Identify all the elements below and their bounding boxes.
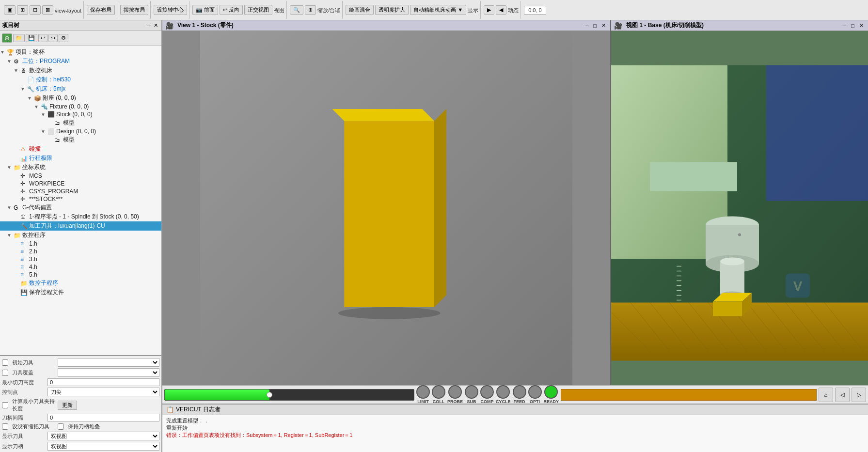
expand-icon-machine[interactable]: ▼ <box>20 86 27 92</box>
tree-item-stock[interactable]: ▼ ⬛ Stock (0, 0, 0) <box>0 110 161 118</box>
gcode-item-icon: ① <box>20 214 28 220</box>
tree-settings-btn[interactable]: ⚙ <box>59 34 68 42</box>
panel-close-btn[interactable]: ✕ <box>152 22 159 29</box>
tree-item-mcs[interactable]: ✛ MCS <box>0 172 161 180</box>
view-left-close-btn[interactable]: ✕ <box>600 22 607 29</box>
status-forward-btn[interactable]: ▷ <box>852 388 866 402</box>
tree-open-btn[interactable]: 📁 <box>13 34 25 42</box>
tree-item-model-design[interactable]: 🗂 模型 <box>0 135 161 144</box>
tree-item-machine[interactable]: ▼ 🔧 机床：5mjx <box>0 84 161 94</box>
tree-item-workpiece[interactable]: ✛ WORKPIECE <box>0 180 161 187</box>
rotate-center-section: 设旋转中心 <box>152 1 189 19</box>
tree-item-gcode[interactable]: ▼ G G-代码偏置 <box>0 203 161 212</box>
tree-new-btn[interactable]: ⊕ <box>2 33 12 43</box>
view-two-v-btn[interactable]: ⊠ <box>42 5 53 15</box>
view-right-max-btn[interactable]: □ <box>850 22 856 29</box>
status-home-btn[interactable]: ⌂ <box>819 388 833 402</box>
tree-item-gcode-item[interactable]: ① 1-程序零点 - 1 - Spindle 到 Stock (0, 0, 50… <box>0 212 161 221</box>
tree-item-nc-4h[interactable]: ≡ 4.h <box>0 263 161 271</box>
transparency-btn[interactable]: 透明度扩大 <box>375 5 409 15</box>
tree-item-control[interactable]: 📄 控制：hei530 <box>0 75 161 84</box>
tree-item-stock-csys[interactable]: ✛ ***STOCK*** <box>0 195 161 203</box>
tree-item-cnc[interactable]: ▼ 🖥 数控机床 <box>0 66 161 75</box>
left-3d-view-svg <box>162 31 610 385</box>
expand-icon-stock[interactable]: ▼ <box>41 112 47 117</box>
show-handle-select[interactable]: 双视图 <box>47 442 159 451</box>
tree-redo-btn[interactable]: ↪ <box>48 34 58 42</box>
top-toolbar: ▣ ⊞ ⊟ ⊠ view-layout 保存布局 摆按布局 设旋转中心 📷 前面… <box>0 0 868 20</box>
tree-item-coord-sys[interactable]: ▼ 📁 坐标系统 <box>0 163 161 172</box>
draw-mix-btn[interactable]: 绘画混合 <box>346 5 374 15</box>
tree-save-btn[interactable]: 💾 <box>26 34 37 42</box>
tree-item-nc-5h[interactable]: ≡ 5.h <box>0 271 161 279</box>
tree-item-nc-3h[interactable]: ≡ 3.h <box>0 255 161 263</box>
tree-item-nc-1h[interactable]: ≡ 1.h <box>0 240 161 248</box>
tree-item-attach[interactable]: ▼ 📦 附座 (0, 0, 0) <box>0 94 161 103</box>
expand-icon-workstation[interactable]: ▼ <box>7 59 14 64</box>
tree-item-travel-limits[interactable]: 📊 行程极限 <box>0 154 161 163</box>
view-four-btn[interactable]: ⊟ <box>30 5 41 15</box>
ortho-view-btn[interactable]: 正交视图 <box>244 5 272 15</box>
tree-item-save-process[interactable]: 💾 保存过程文件 <box>0 288 161 297</box>
tree-item-model-stock[interactable]: 🗂 模型 <box>0 118 161 127</box>
tree-item-project[interactable]: ▼ 🏆 项目：奖杯 <box>0 47 161 57</box>
status-ready: READY <box>544 385 559 404</box>
expand-icon-project[interactable]: ▼ <box>0 49 7 55</box>
tree-item-nc-program[interactable]: ▼ 📁 数控程序 <box>0 231 161 240</box>
initial-tool-select[interactable] <box>58 358 159 367</box>
view-right-content[interactable]: V <box>611 31 868 385</box>
min-height-input[interactable] <box>47 378 159 386</box>
show-tool-select[interactable]: 双视图 <box>47 432 159 440</box>
tree-item-nc-sub[interactable]: 📁 数控子程序 <box>0 279 161 288</box>
expand-icon-design[interactable]: ▼ <box>41 129 47 134</box>
tool-override-select[interactable] <box>58 368 159 377</box>
expand-icon-gcode[interactable]: ▼ <box>7 205 14 210</box>
merge-btn[interactable]: ⊕ <box>305 5 316 15</box>
expand-icon-attach[interactable]: ▼ <box>27 95 34 101</box>
view-right-close-btn[interactable]: ✕ <box>858 22 865 29</box>
log-header: 📋 VERICUT 日志者 <box>162 405 868 415</box>
view-left-content[interactable] <box>162 31 610 385</box>
tree-item-tool-selected[interactable]: 🔨 加工刀具：luxuanjiang(1)-CU <box>0 221 161 231</box>
no-holder-checkbox[interactable] <box>2 423 8 430</box>
control-point-select[interactable]: 刀尖 <box>47 388 159 396</box>
view-left-min-btn[interactable]: ─ <box>584 22 590 29</box>
tree-item-design[interactable]: ▼ ⬜ Design (0, 0, 0) <box>0 127 161 135</box>
handle-gap-input[interactable] <box>47 414 159 421</box>
front-view-btn[interactable]: 📷 前面 <box>192 5 218 15</box>
expand-icon-cnc[interactable]: ▼ <box>14 68 20 73</box>
tree-item-collision[interactable]: ⚠ 碰撞 <box>0 144 161 154</box>
keep-stack-checkbox[interactable] <box>58 423 64 430</box>
reverse-view-btn[interactable]: ↩ 反向 <box>220 5 243 15</box>
animate-btn1[interactable]: ▶ <box>484 5 494 15</box>
tree-item-csys-program[interactable]: ✛ CSYS_PROGRAM <box>0 187 161 195</box>
status-comp: COMP <box>480 385 494 404</box>
view-right-min-btn[interactable]: ─ <box>841 22 848 29</box>
tree-item-nc-2h[interactable]: ≡ 2.h <box>0 248 161 255</box>
calc-length-checkbox[interactable] <box>2 402 8 408</box>
update-btn[interactable]: 更新 <box>58 401 77 410</box>
set-rotate-center-btn[interactable]: 设旋转中心 <box>154 5 187 15</box>
zoom-btn[interactable]: 🔍 <box>290 5 303 15</box>
expand-icon-fixture[interactable]: ▼ <box>34 104 41 109</box>
tree-undo-btn[interactable]: ↩ <box>38 34 47 42</box>
status-back-btn[interactable]: ◁ <box>835 388 850 402</box>
initial-tool-checkbox[interactable] <box>2 359 8 366</box>
tree-item-workstation[interactable]: ▼ ⚙ 工位：PROGRAM <box>0 57 161 66</box>
tree-item-fixture[interactable]: ▼ 🔩 Fixture (0, 0, 0) <box>0 103 161 110</box>
panel-minimize-btn[interactable]: ─ <box>145 22 152 29</box>
view-single-btn[interactable]: ▣ <box>4 5 16 15</box>
expand-icon-nc-program[interactable]: ▼ <box>7 233 14 238</box>
tool-override-checkbox[interactable] <box>2 370 8 376</box>
auto-machine-btn[interactable]: 自动精细机床动画 ▼ <box>410 5 466 15</box>
expand-icon-coord-sys[interactable]: ▼ <box>7 165 14 170</box>
view-two-h-btn[interactable]: ⊞ <box>17 5 28 15</box>
coord-sys-icon: 📁 <box>14 164 21 171</box>
view-left-max-btn[interactable]: □ <box>592 22 598 29</box>
spread-layout-btn[interactable]: 摆按布局 <box>120 5 148 15</box>
svg-rect-8 <box>650 162 737 191</box>
animate-btn2[interactable]: ◀ <box>496 5 506 15</box>
stock-icon: ⬛ <box>47 111 55 118</box>
save-layout-btn[interactable]: 保存布局 <box>87 5 115 15</box>
view-left-title: View 1 - Stock (零件) <box>177 21 582 30</box>
